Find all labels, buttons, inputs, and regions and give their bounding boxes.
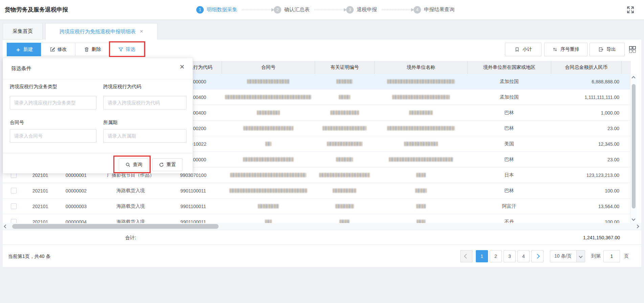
step-3-label: 退税申报 xyxy=(357,6,377,13)
vertical-scrollbar[interactable] xyxy=(630,74,637,223)
horizontal-scrollbar[interactable] xyxy=(3,223,641,230)
goto-prefix-label: 到第 xyxy=(591,253,601,259)
search-button[interactable]: 查询 xyxy=(119,158,149,171)
code-input[interactable] xyxy=(103,96,186,109)
scroll-up-icon[interactable] xyxy=(631,76,635,80)
cell-country: 不丹 xyxy=(467,214,551,223)
cell-country: 巴林 xyxy=(467,183,551,198)
export-button-label: 导出 xyxy=(606,46,616,53)
row-checkbox[interactable] xyxy=(11,188,17,194)
fullscreen-icon[interactable] xyxy=(626,5,635,14)
redacted-text xyxy=(323,126,367,130)
new-button[interactable]: ＋ 新建 xyxy=(7,43,41,56)
prev-page-button[interactable] xyxy=(460,250,472,262)
cell-cert-no xyxy=(315,121,374,136)
cell-cert-no xyxy=(315,167,374,183)
cell-amount: 123,123,213.00 xyxy=(551,167,621,183)
page-title: 货物劳务及服务退税申报 xyxy=(5,0,68,19)
filter-field-label-period: 所属期 xyxy=(103,120,117,126)
tab-collect-home[interactable]: 采集首页 xyxy=(3,23,43,40)
export-icon xyxy=(598,47,604,52)
table-row[interactable]: 202101 00000004 海路载货入境 9901100011 不丹 100… xyxy=(3,214,631,223)
cell-cert-no xyxy=(315,89,374,105)
page-button-2[interactable]: 2 xyxy=(490,250,502,262)
page-button-3[interactable]: 3 xyxy=(504,250,516,262)
cell-contract-no xyxy=(222,121,315,136)
redacted-text xyxy=(392,95,450,99)
search-icon xyxy=(125,162,131,167)
pagination: 1 2 3 4 10 条/页 到第 页 xyxy=(460,250,629,262)
export-button[interactable]: 导出 xyxy=(590,43,625,56)
cell-period: 202101 xyxy=(25,183,56,198)
next-page-button[interactable] xyxy=(531,250,543,262)
row-checkbox[interactable] xyxy=(11,219,17,223)
horizontal-scroll-thumb[interactable] xyxy=(12,224,219,229)
cell-amount: 12,345.00 xyxy=(551,136,621,152)
new-button-label: 新建 xyxy=(23,46,33,53)
page-size-select[interactable]: 10 条/页 xyxy=(550,250,585,262)
scroll-right-icon[interactable] xyxy=(635,224,639,228)
close-icon[interactable]: × xyxy=(180,63,184,71)
step-connector xyxy=(242,9,271,10)
redacted-text xyxy=(387,79,455,84)
page-button-4[interactable]: 4 xyxy=(517,250,530,262)
cell-extra xyxy=(621,74,631,89)
redacted-text xyxy=(339,95,350,99)
goto-page-input[interactable] xyxy=(603,250,620,262)
period-input[interactable] xyxy=(103,129,186,143)
subtotal-button-label: 小计 xyxy=(523,46,532,53)
filter-field-label-contract: 合同号 xyxy=(10,120,24,126)
business-type-input[interactable] xyxy=(10,96,96,109)
cell-amount: 6,888,888.00 xyxy=(551,74,621,89)
step-2-label: 确认汇总表 xyxy=(284,6,310,13)
step-3-circle: 3 xyxy=(346,6,354,14)
tab-close-icon[interactable]: × xyxy=(140,28,143,35)
reset-button[interactable]: 重置 xyxy=(152,158,182,171)
cell-contract-no xyxy=(222,89,315,105)
contract-no-input[interactable] xyxy=(10,129,96,143)
cell-extra xyxy=(621,214,631,223)
cell-code: 9901100011 xyxy=(165,183,222,198)
funnel-icon xyxy=(118,47,124,52)
table-row[interactable]: 202101 00000002 海路载货入境 9901100011 巴林 100… xyxy=(3,183,631,199)
modify-button[interactable]: 修改 xyxy=(41,43,75,56)
filter-button[interactable]: 筛选 xyxy=(109,43,144,56)
bookmark-icon xyxy=(514,47,520,52)
sort-arrows-icon xyxy=(552,47,558,52)
trash-icon xyxy=(84,47,89,52)
step-4: 4 申报结果查询 xyxy=(414,6,454,14)
reset-icon xyxy=(159,162,164,167)
redacted-text xyxy=(336,79,353,84)
page-button-1[interactable]: 1 xyxy=(476,250,488,262)
cell-cert-no xyxy=(315,74,374,89)
filter-panel-title: 筛选条件 xyxy=(11,65,31,72)
header-cert-no: 有关证明编号 xyxy=(315,61,374,74)
redacted-text xyxy=(330,110,359,115)
cell-amount: 100.00 xyxy=(551,214,621,223)
reorder-button[interactable]: 序号重排 xyxy=(544,43,587,56)
cell-business-type: 海路载货入境 xyxy=(96,214,165,223)
tab-detail-sheet[interactable]: 跨境应税行为免抵退税申报明细表 × xyxy=(45,23,157,40)
subtotal-button[interactable]: 小计 xyxy=(505,43,541,56)
step-4-label: 申报结果查询 xyxy=(424,6,454,13)
column-settings-icon[interactable] xyxy=(628,45,637,55)
cell-country: 日本 xyxy=(467,167,551,183)
header-extra xyxy=(621,61,631,74)
redacted-text xyxy=(265,220,272,223)
vertical-scroll-thumb[interactable] xyxy=(632,84,636,208)
chevron-left-icon xyxy=(464,254,469,259)
step-2-circle: 2 xyxy=(274,6,281,14)
redacted-text xyxy=(225,95,311,99)
cell-business-type: 海路载货入境 xyxy=(96,183,165,198)
redacted-text xyxy=(415,188,427,193)
table-row[interactable]: 202101 00000003 海路载货入境 9901100011 阿富汗 13… xyxy=(3,199,631,214)
cell-contract-no xyxy=(222,74,315,89)
filter-panel: 筛选条件 × 跨境应税行为业务类型 跨境应税行为代码 合同号 所属期 查询 重置 xyxy=(3,58,193,174)
plus-icon: ＋ xyxy=(15,47,21,53)
scroll-left-icon[interactable] xyxy=(4,224,7,228)
row-checkbox[interactable] xyxy=(11,203,17,209)
cell-overseas-name xyxy=(374,183,467,198)
header-overseas-name: 境外单位名称 xyxy=(374,61,467,74)
delete-button[interactable]: 删除 xyxy=(75,43,110,56)
scroll-down-icon[interactable] xyxy=(631,217,635,221)
